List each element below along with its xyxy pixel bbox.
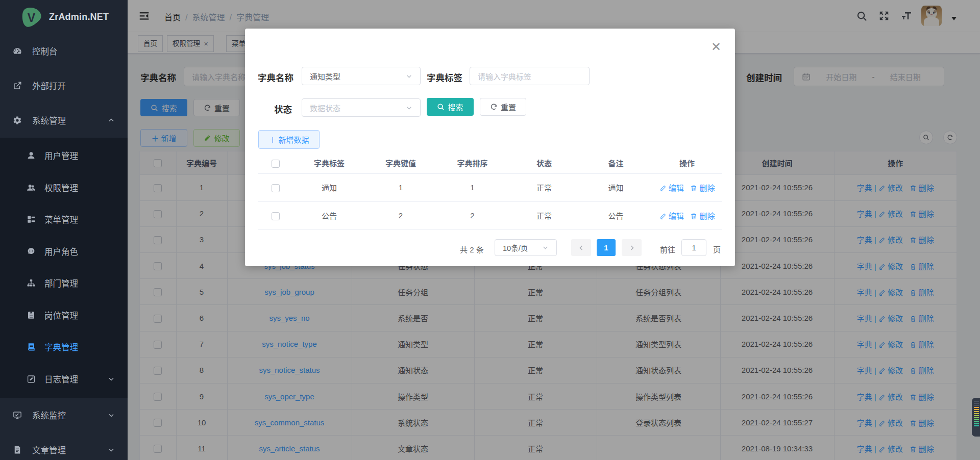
svg-text:V: V	[28, 11, 36, 24]
